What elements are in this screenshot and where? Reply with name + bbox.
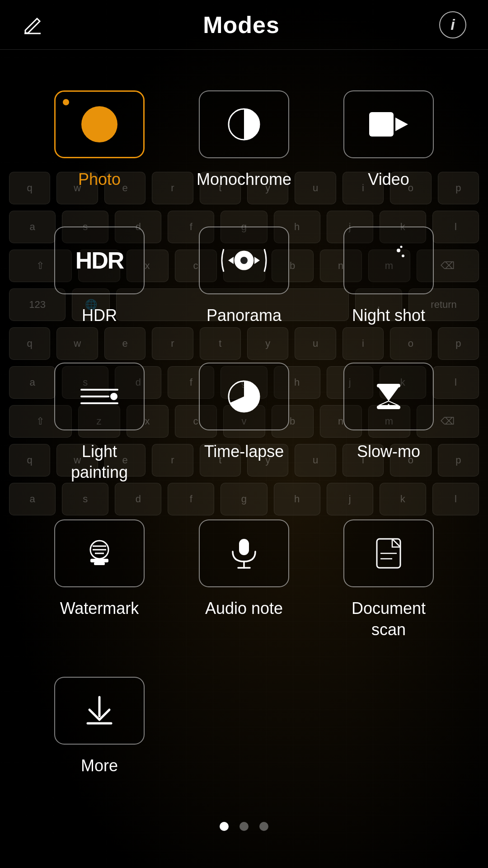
watermark-icon: [81, 535, 117, 571]
mode-item-photo[interactable]: Photo: [27, 77, 172, 204]
svg-point-8: [397, 249, 400, 252]
photo-label: Photo: [78, 169, 121, 190]
light-painting-label: Light painting: [71, 441, 128, 484]
page-dot-2[interactable]: [239, 822, 249, 831]
audio-note-icon-box: [199, 519, 289, 587]
svg-marker-6: [228, 257, 234, 264]
video-icon-box: [343, 90, 434, 158]
mode-item-time-lapse[interactable]: Time-lapse: [172, 349, 316, 497]
light-painting-icon: [77, 381, 122, 412]
mode-item-monochrome[interactable]: Monochrome: [172, 77, 316, 204]
hdr-icon-box: HDR: [54, 226, 145, 294]
more-icon: [81, 693, 117, 729]
document-scan-label: Document scan: [352, 598, 426, 641]
slow-mo-icon-box: [343, 363, 434, 430]
light-painting-icon-box: [54, 363, 145, 430]
svg-point-10: [400, 245, 403, 248]
mode-item-slow-mo[interactable]: Slow-mo: [316, 349, 461, 497]
more-label: More: [81, 755, 118, 777]
photo-circle: [81, 106, 117, 142]
mode-item-hdr[interactable]: HDR HDR: [27, 213, 172, 340]
time-lapse-icon-box: [199, 363, 289, 430]
monochrome-label: Monochrome: [197, 169, 291, 190]
audio-note-icon: [228, 535, 260, 571]
edit-icon[interactable]: [22, 14, 43, 36]
svg-rect-20: [94, 562, 105, 565]
svg-rect-25: [239, 539, 249, 555]
document-scan-icon: [371, 535, 407, 571]
watermark-label: Watermark: [60, 598, 139, 619]
svg-marker-3: [395, 118, 408, 131]
night-shot-icon: [371, 242, 407, 278]
modes-grid: Photo Monochrome Video: [0, 50, 488, 799]
mode-item-light-painting[interactable]: Light painting: [27, 349, 172, 497]
document-scan-icon-box: [343, 519, 434, 587]
mode-grid-container: Photo Monochrome Video: [27, 77, 461, 799]
time-lapse-icon: [226, 378, 262, 415]
mode-row-3: Light painting Time-lapse: [27, 349, 461, 497]
time-lapse-label: Time-lapse: [204, 441, 284, 462]
page-dot-1[interactable]: [220, 822, 229, 831]
svg-rect-2: [369, 112, 394, 137]
audio-note-label: Audio note: [205, 598, 283, 619]
svg-marker-7: [254, 257, 260, 264]
svg-point-13: [110, 393, 117, 400]
photo-dot: [63, 99, 69, 105]
info-icon[interactable]: i: [439, 11, 466, 38]
slow-mo-label: Slow-mo: [357, 441, 420, 462]
page-title: Modes: [203, 11, 280, 38]
svg-point-5: [240, 257, 248, 264]
photo-icon-box: [54, 90, 145, 158]
slow-mo-icon: [371, 378, 407, 415]
page-indicators: [0, 799, 488, 849]
mode-item-audio-note[interactable]: Audio note: [172, 506, 316, 654]
monochrome-icon-box: [199, 90, 289, 158]
video-label: Video: [368, 169, 409, 190]
hdr-label: HDR: [82, 305, 117, 326]
more-icon-box: [54, 677, 145, 745]
panorama-icon: [219, 245, 269, 276]
night-shot-label: Night shot: [352, 305, 425, 326]
mode-row-2: HDR HDR: [27, 213, 461, 340]
mode-row-1: Photo Monochrome Video: [27, 77, 461, 204]
watermark-icon-box: [54, 519, 145, 587]
panorama-icon-box: [199, 226, 289, 294]
header: Modes i: [0, 0, 488, 50]
mode-row-4: Watermark Audio note: [27, 506, 461, 654]
mode-item-document-scan[interactable]: Document scan: [316, 506, 461, 654]
night-shot-icon-box: [343, 226, 434, 294]
mode-row-5: More: [27, 663, 461, 790]
mode-item-more[interactable]: More: [27, 663, 172, 790]
mode-item-watermark[interactable]: Watermark: [27, 506, 172, 654]
monochrome-icon: [226, 106, 262, 142]
mode-item-video[interactable]: Video: [316, 77, 461, 204]
hdr-text: HDR: [75, 247, 124, 274]
mode-item-panorama[interactable]: Panorama: [172, 213, 316, 340]
panorama-label: Panorama: [206, 305, 282, 326]
svg-rect-16: [377, 384, 400, 387]
mode-item-night-shot[interactable]: Night shot: [316, 213, 461, 340]
video-icon: [368, 108, 409, 140]
page-dot-3[interactable]: [259, 822, 268, 831]
svg-point-9: [402, 255, 404, 257]
